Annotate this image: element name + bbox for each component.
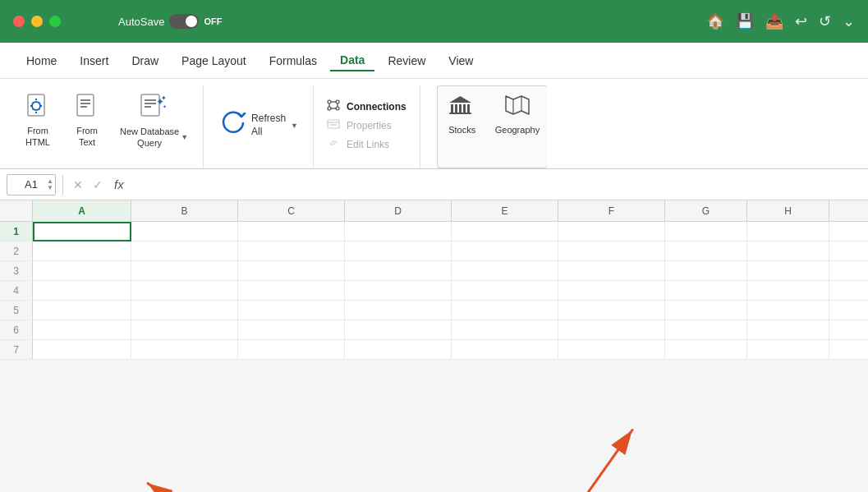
col-header-f[interactable]: F xyxy=(558,200,665,222)
cell-h1[interactable] xyxy=(747,222,829,241)
cell-g2[interactable] xyxy=(665,241,747,261)
cell-e2[interactable] xyxy=(452,241,558,261)
save-icon[interactable]: 💾 xyxy=(736,12,754,30)
menu-draw[interactable]: Draw xyxy=(122,51,168,71)
cell-e5[interactable] xyxy=(452,301,558,320)
menu-home[interactable]: Home xyxy=(16,51,67,71)
autosave-state: OFF xyxy=(204,16,222,26)
close-button[interactable] xyxy=(13,16,25,27)
cell-f5[interactable] xyxy=(558,301,665,320)
svg-point-21 xyxy=(328,100,331,103)
cell-h7[interactable] xyxy=(747,340,829,360)
cell-d7[interactable] xyxy=(345,340,452,360)
cell-g3[interactable] xyxy=(665,261,747,281)
cell-e1[interactable] xyxy=(452,222,558,241)
cell-b2[interactable] xyxy=(131,241,238,261)
cell-g6[interactable] xyxy=(665,320,747,340)
cell-c3[interactable] xyxy=(238,261,345,281)
edit-links-button[interactable]: Edit Links xyxy=(324,136,410,153)
menu-page-layout[interactable]: Page Layout xyxy=(172,51,256,71)
menu-data[interactable]: Data xyxy=(330,50,374,71)
confirm-entry-icon[interactable]: ✓ xyxy=(90,178,106,191)
cell-e6[interactable] xyxy=(452,320,558,340)
cell-a7[interactable] xyxy=(33,340,131,360)
connections-button[interactable]: Connections xyxy=(324,98,410,115)
cell-b7[interactable] xyxy=(131,340,238,360)
col-header-d[interactable]: D xyxy=(345,200,452,222)
cell-d5[interactable] xyxy=(345,301,452,320)
minimize-button[interactable] xyxy=(31,16,43,27)
from-text-button[interactable]: FromText xyxy=(66,89,108,152)
cell-c2[interactable] xyxy=(238,241,345,261)
cell-h4[interactable] xyxy=(747,281,829,301)
cell-f1[interactable] xyxy=(558,222,665,241)
col-header-g[interactable]: G xyxy=(665,200,747,222)
cell-g4[interactable] xyxy=(665,281,747,301)
cell-a2[interactable] xyxy=(33,241,131,261)
share-icon[interactable]: 📤 xyxy=(765,12,783,30)
from-html-button[interactable]: FromHTML xyxy=(16,89,59,152)
cell-e4[interactable] xyxy=(452,281,558,301)
redo-icon[interactable]: ↺ xyxy=(819,12,831,30)
cell-reference-box[interactable]: A1 ▲ ▼ xyxy=(7,174,56,195)
cell-d3[interactable] xyxy=(345,261,452,281)
cell-h5[interactable] xyxy=(747,301,829,320)
col-header-c[interactable]: C xyxy=(238,200,345,222)
cell-d6[interactable] xyxy=(345,320,452,340)
cell-c4[interactable] xyxy=(238,281,345,301)
cell-g7[interactable] xyxy=(665,340,747,360)
home-icon[interactable]: 🏠 xyxy=(706,12,724,30)
cell-f4[interactable] xyxy=(558,281,665,301)
cell-a4[interactable] xyxy=(33,281,131,301)
menu-review[interactable]: Review xyxy=(378,51,435,71)
refresh-all-button[interactable]: Refresh All ▼ xyxy=(214,105,303,145)
cell-e3[interactable] xyxy=(452,261,558,281)
cell-h3[interactable] xyxy=(747,261,829,281)
properties-button[interactable]: Properties xyxy=(324,117,410,134)
cell-f7[interactable] xyxy=(558,340,665,360)
cell-b4[interactable] xyxy=(131,281,238,301)
cell-c6[interactable] xyxy=(238,320,345,340)
cell-a6[interactable] xyxy=(33,320,131,340)
geography-button[interactable]: Geography xyxy=(490,90,544,139)
cell-a1[interactable] xyxy=(33,222,131,241)
new-database-query-button[interactable]: ✦ ✦ ✦ New DatabaseQuery ▼ xyxy=(115,89,193,153)
col-header-e[interactable]: E xyxy=(452,200,558,222)
cell-f3[interactable] xyxy=(558,261,665,281)
maximize-button[interactable] xyxy=(49,16,61,27)
cell-b1[interactable] xyxy=(131,222,238,241)
cell-f2[interactable] xyxy=(558,241,665,261)
cell-d4[interactable] xyxy=(345,281,452,301)
more-icon[interactable]: ⌄ xyxy=(843,12,855,30)
cell-b3[interactable] xyxy=(131,261,238,281)
cell-e7[interactable] xyxy=(452,340,558,360)
formula-bar: A1 ▲ ▼ ✕ ✓ fx xyxy=(0,169,868,200)
cell-a5[interactable] xyxy=(33,301,131,320)
formula-input[interactable] xyxy=(132,174,861,195)
menu-insert[interactable]: Insert xyxy=(70,51,118,71)
undo-icon[interactable]: ↩ xyxy=(795,12,807,30)
col-header-h[interactable]: H xyxy=(747,200,829,222)
row-num-7: 7 xyxy=(0,340,33,359)
cell-c1[interactable] xyxy=(238,222,345,241)
menu-view[interactable]: View xyxy=(439,51,483,71)
autosave-toggle[interactable] xyxy=(169,14,199,29)
menu-formulas[interactable]: Formulas xyxy=(259,51,327,71)
cell-d2[interactable] xyxy=(345,241,452,261)
cell-h2[interactable] xyxy=(747,241,829,261)
cell-c5[interactable] xyxy=(238,301,345,320)
cell-g5[interactable] xyxy=(665,301,747,320)
cell-h6[interactable] xyxy=(747,320,829,340)
col-header-a[interactable]: A xyxy=(33,200,131,222)
stocks-button[interactable]: Stocks xyxy=(441,90,484,139)
cell-f6[interactable] xyxy=(558,320,665,340)
row-num-2: 2 xyxy=(0,241,33,260)
cell-a3[interactable] xyxy=(33,261,131,281)
cell-d1[interactable] xyxy=(345,222,452,241)
cell-g1[interactable] xyxy=(665,222,747,241)
cell-c7[interactable] xyxy=(238,340,345,360)
cancel-entry-icon[interactable]: ✕ xyxy=(70,178,86,191)
cell-b5[interactable] xyxy=(131,301,238,320)
col-header-b[interactable]: B xyxy=(131,200,238,222)
cell-b6[interactable] xyxy=(131,320,238,340)
